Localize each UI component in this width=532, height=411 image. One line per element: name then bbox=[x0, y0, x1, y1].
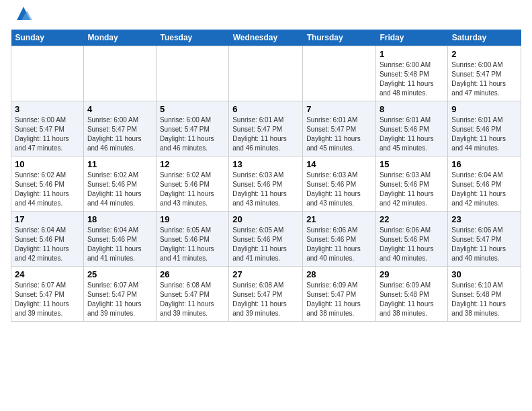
calendar-cell bbox=[156, 46, 228, 101]
day-info: Sunrise: 6:06 AM Sunset: 5:46 PM Dayligh… bbox=[380, 226, 444, 263]
day-number: 16 bbox=[451, 159, 517, 169]
calendar-cell: 23Sunrise: 6:06 AM Sunset: 5:47 PM Dayli… bbox=[448, 212, 521, 267]
day-info: Sunrise: 6:02 AM Sunset: 5:46 PM Dayligh… bbox=[160, 171, 225, 208]
calendar-cell: 17Sunrise: 6:04 AM Sunset: 5:46 PM Dayli… bbox=[11, 212, 84, 267]
day-info: Sunrise: 6:00 AM Sunset: 5:48 PM Dayligh… bbox=[380, 60, 444, 98]
day-info: Sunrise: 6:04 AM Sunset: 5:46 PM Dayligh… bbox=[87, 226, 152, 263]
weekday-header: Monday bbox=[83, 30, 156, 46]
day-number: 3 bbox=[15, 104, 80, 114]
calendar-cell bbox=[229, 46, 303, 101]
calendar-cell: 9Sunrise: 6:01 AM Sunset: 5:46 PM Daylig… bbox=[448, 101, 521, 156]
calendar-cell: 15Sunrise: 6:03 AM Sunset: 5:46 PM Dayli… bbox=[375, 156, 447, 212]
calendar-cell bbox=[83, 46, 156, 101]
day-number: 29 bbox=[380, 269, 444, 279]
calendar-row: 24Sunrise: 6:07 AM Sunset: 5:47 PM Dayli… bbox=[11, 267, 521, 322]
day-info: Sunrise: 6:02 AM Sunset: 5:46 PM Dayligh… bbox=[15, 171, 80, 208]
logo bbox=[11, 11, 34, 24]
day-number: 24 bbox=[15, 269, 80, 279]
calendar-row: 1Sunrise: 6:00 AM Sunset: 5:48 PM Daylig… bbox=[11, 46, 521, 101]
day-number: 21 bbox=[306, 214, 372, 224]
calendar-cell: 16Sunrise: 6:04 AM Sunset: 5:46 PM Dayli… bbox=[448, 156, 521, 212]
calendar-cell: 25Sunrise: 6:07 AM Sunset: 5:47 PM Dayli… bbox=[83, 267, 156, 322]
day-info: Sunrise: 6:06 AM Sunset: 5:46 PM Dayligh… bbox=[306, 226, 372, 263]
day-number: 4 bbox=[87, 104, 152, 114]
calendar-cell: 2Sunrise: 6:00 AM Sunset: 5:47 PM Daylig… bbox=[448, 46, 521, 101]
weekday-header: Wednesday bbox=[229, 30, 303, 46]
calendar-cell: 28Sunrise: 6:09 AM Sunset: 5:47 PM Dayli… bbox=[303, 267, 376, 322]
day-number: 26 bbox=[160, 269, 225, 279]
day-number: 18 bbox=[87, 214, 152, 224]
calendar-cell: 4Sunrise: 6:00 AM Sunset: 5:47 PM Daylig… bbox=[83, 101, 156, 156]
day-number: 6 bbox=[232, 104, 299, 114]
weekday-header: Friday bbox=[375, 30, 447, 46]
calendar-table: SundayMondayTuesdayWednesdayThursdayFrid… bbox=[11, 30, 521, 322]
day-number: 1 bbox=[380, 49, 444, 59]
day-info: Sunrise: 6:04 AM Sunset: 5:46 PM Dayligh… bbox=[451, 171, 517, 208]
day-info: Sunrise: 6:05 AM Sunset: 5:46 PM Dayligh… bbox=[232, 226, 299, 263]
weekday-header: Saturday bbox=[448, 30, 521, 46]
calendar-cell: 30Sunrise: 6:10 AM Sunset: 5:48 PM Dayli… bbox=[448, 267, 521, 322]
day-info: Sunrise: 6:02 AM Sunset: 5:46 PM Dayligh… bbox=[87, 171, 152, 208]
day-number: 14 bbox=[306, 159, 372, 169]
day-number: 23 bbox=[451, 214, 517, 224]
weekday-header: Tuesday bbox=[156, 30, 228, 46]
calendar-cell: 12Sunrise: 6:02 AM Sunset: 5:46 PM Dayli… bbox=[156, 156, 228, 212]
calendar-cell: 3Sunrise: 6:00 AM Sunset: 5:47 PM Daylig… bbox=[11, 101, 84, 156]
day-number: 8 bbox=[380, 104, 444, 114]
day-info: Sunrise: 6:04 AM Sunset: 5:46 PM Dayligh… bbox=[15, 226, 80, 263]
weekday-header: Sunday bbox=[11, 30, 84, 46]
day-info: Sunrise: 6:08 AM Sunset: 5:47 PM Dayligh… bbox=[160, 281, 225, 318]
day-info: Sunrise: 6:00 AM Sunset: 5:47 PM Dayligh… bbox=[451, 60, 517, 98]
day-info: Sunrise: 6:00 AM Sunset: 5:47 PM Dayligh… bbox=[87, 116, 152, 153]
day-number: 28 bbox=[306, 269, 372, 279]
logo-icon bbox=[13, 5, 34, 24]
day-info: Sunrise: 6:07 AM Sunset: 5:47 PM Dayligh… bbox=[87, 281, 152, 318]
calendar-cell: 8Sunrise: 6:01 AM Sunset: 5:46 PM Daylig… bbox=[375, 101, 447, 156]
day-number: 12 bbox=[160, 159, 225, 169]
calendar-cell bbox=[11, 46, 84, 101]
calendar-body: 1Sunrise: 6:00 AM Sunset: 5:48 PM Daylig… bbox=[11, 46, 521, 322]
day-info: Sunrise: 6:01 AM Sunset: 5:47 PM Dayligh… bbox=[232, 116, 299, 153]
calendar-cell: 24Sunrise: 6:07 AM Sunset: 5:47 PM Dayli… bbox=[11, 267, 84, 322]
day-number: 20 bbox=[232, 214, 299, 224]
day-info: Sunrise: 6:09 AM Sunset: 5:47 PM Dayligh… bbox=[306, 281, 372, 318]
day-info: Sunrise: 6:01 AM Sunset: 5:47 PM Dayligh… bbox=[306, 116, 372, 153]
calendar-cell: 14Sunrise: 6:03 AM Sunset: 5:46 PM Dayli… bbox=[303, 156, 376, 212]
day-number: 5 bbox=[160, 104, 225, 114]
calendar-cell: 10Sunrise: 6:02 AM Sunset: 5:46 PM Dayli… bbox=[11, 156, 84, 212]
calendar-cell: 6Sunrise: 6:01 AM Sunset: 5:47 PM Daylig… bbox=[229, 101, 303, 156]
day-number: 15 bbox=[380, 159, 444, 169]
day-info: Sunrise: 6:00 AM Sunset: 5:47 PM Dayligh… bbox=[15, 116, 80, 153]
calendar-cell: 29Sunrise: 6:09 AM Sunset: 5:48 PM Dayli… bbox=[375, 267, 447, 322]
day-number: 19 bbox=[160, 214, 225, 224]
day-info: Sunrise: 6:05 AM Sunset: 5:46 PM Dayligh… bbox=[160, 226, 225, 263]
day-info: Sunrise: 6:03 AM Sunset: 5:46 PM Dayligh… bbox=[306, 171, 372, 208]
day-info: Sunrise: 6:01 AM Sunset: 5:46 PM Dayligh… bbox=[451, 116, 517, 153]
calendar-cell: 18Sunrise: 6:04 AM Sunset: 5:46 PM Dayli… bbox=[83, 212, 156, 267]
day-number: 7 bbox=[306, 104, 372, 114]
day-info: Sunrise: 6:10 AM Sunset: 5:48 PM Dayligh… bbox=[451, 281, 517, 318]
day-info: Sunrise: 6:08 AM Sunset: 5:47 PM Dayligh… bbox=[232, 281, 299, 318]
calendar-cell: 26Sunrise: 6:08 AM Sunset: 5:47 PM Dayli… bbox=[156, 267, 228, 322]
calendar-cell: 1Sunrise: 6:00 AM Sunset: 5:48 PM Daylig… bbox=[375, 46, 447, 101]
day-info: Sunrise: 6:00 AM Sunset: 5:47 PM Dayligh… bbox=[160, 116, 225, 153]
day-info: Sunrise: 6:07 AM Sunset: 5:47 PM Dayligh… bbox=[15, 281, 80, 318]
day-info: Sunrise: 6:03 AM Sunset: 5:46 PM Dayligh… bbox=[380, 171, 444, 208]
day-number: 25 bbox=[87, 269, 152, 279]
calendar-cell: 21Sunrise: 6:06 AM Sunset: 5:46 PM Dayli… bbox=[303, 212, 376, 267]
calendar-cell: 27Sunrise: 6:08 AM Sunset: 5:47 PM Dayli… bbox=[229, 267, 303, 322]
calendar-row: 17Sunrise: 6:04 AM Sunset: 5:46 PM Dayli… bbox=[11, 212, 521, 267]
calendar-cell: 20Sunrise: 6:05 AM Sunset: 5:46 PM Dayli… bbox=[229, 212, 303, 267]
weekday-header: Thursday bbox=[303, 30, 376, 46]
calendar-cell bbox=[303, 46, 376, 101]
calendar-cell: 19Sunrise: 6:05 AM Sunset: 5:46 PM Dayli… bbox=[156, 212, 228, 267]
day-number: 17 bbox=[15, 214, 80, 224]
day-info: Sunrise: 6:01 AM Sunset: 5:46 PM Dayligh… bbox=[380, 116, 444, 153]
day-number: 2 bbox=[451, 49, 517, 59]
calendar-header-row: SundayMondayTuesdayWednesdayThursdayFrid… bbox=[11, 30, 521, 46]
page-header bbox=[11, 11, 521, 24]
day-number: 10 bbox=[15, 159, 80, 169]
day-number: 13 bbox=[232, 159, 299, 169]
day-number: 27 bbox=[232, 269, 299, 279]
day-number: 9 bbox=[451, 104, 517, 114]
